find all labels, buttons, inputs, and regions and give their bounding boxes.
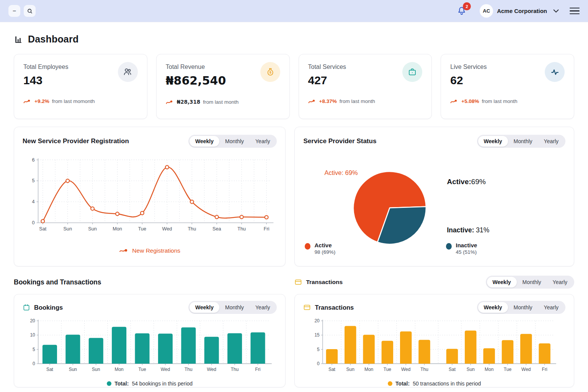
card-icon [303, 304, 311, 311]
stat-card-live-services: Live Services 62 +5.08% from las [441, 54, 574, 119]
svg-text:Thu: Thu [421, 367, 429, 372]
pie-label-active: Active:69% [447, 178, 485, 186]
menu-button[interactable] [570, 8, 580, 15]
svg-text:Fri: Fri [264, 226, 270, 232]
tab-yearly[interactable]: Yearly [538, 302, 564, 313]
svg-text:5: 5 [33, 347, 35, 352]
svg-text:Sun: Sun [467, 367, 475, 372]
svg-text:10: 10 [30, 332, 35, 338]
pie-label-inactive: Inactive: 31% [447, 226, 489, 234]
org-switcher[interactable] [553, 9, 559, 13]
svg-text:Sun: Sun [92, 367, 100, 372]
inactive-dot-icon [446, 243, 452, 250]
svg-text:Sun: Sun [88, 226, 97, 232]
transactions-bar-chart: 051520SatSunMonTueWedThuSatSunMonTueWedF… [303, 317, 565, 378]
tab-weekly[interactable]: Weekly [487, 277, 517, 287]
svg-text:6: 6 [32, 157, 34, 163]
stat-card-total-employees: Total Employees 143 [14, 54, 147, 119]
active-dot-icon [305, 243, 310, 250]
stat-label: Total Employees [23, 64, 68, 70]
stat-value: 62 [450, 74, 487, 87]
stat-value: ₦862,540 [166, 74, 226, 87]
tab-monthly[interactable]: Monthly [517, 277, 547, 287]
tab-yearly[interactable]: Yearly [538, 136, 564, 147]
stat-delta: +9.2% [34, 98, 49, 104]
svg-text:5: 5 [32, 178, 34, 183]
svg-text:Wed: Wed [401, 367, 410, 372]
search-button[interactable] [24, 5, 36, 17]
svg-text:Fri: Fri [542, 367, 547, 372]
line-legend-label: New Registrations [132, 247, 180, 254]
bookings-period-tabs: Weekly Monthly Yearly [188, 301, 277, 314]
avatar[interactable]: AC [480, 4, 493, 18]
tab-monthly[interactable]: Monthly [219, 302, 250, 313]
svg-text:Mon: Mon [114, 367, 123, 372]
tab-yearly[interactable]: Yearly [547, 277, 573, 287]
stat-value: 143 [23, 74, 68, 87]
dashboard-icon [14, 34, 23, 44]
stat-label: Total Services [308, 64, 346, 70]
svg-text:Thu: Thu [185, 367, 193, 372]
transactions-card-title: Transactions [315, 304, 354, 311]
svg-text:Tue: Tue [384, 367, 392, 372]
svg-text:Sun: Sun [346, 367, 354, 372]
bookings-bar-chart: 051020SatSunSunMonTueWedThuWedThuFri [23, 317, 277, 378]
stat-delta-note: from last month [482, 98, 517, 104]
tab-monthly[interactable]: Monthly [508, 302, 538, 313]
svg-text:20: 20 [30, 318, 35, 323]
org-name: Acme Corporation [497, 8, 547, 14]
bookings-transactions-heading: Bookings and Transactions [14, 278, 286, 286]
status-period-tabs: Weekly Monthly Yearly [477, 135, 565, 148]
provider-status-title: Service Provider Status [303, 137, 376, 145]
stat-delta: ₦28,318 [177, 99, 201, 105]
svg-text:Sat: Sat [39, 226, 46, 232]
svg-text:4: 4 [32, 199, 34, 204]
stat-label: Live Services [450, 64, 487, 70]
svg-text:Sea: Sea [212, 226, 221, 232]
tab-weekly[interactable]: Weekly [478, 136, 508, 147]
svg-text:Sat: Sat [328, 367, 336, 372]
stat-card-total-services: Total Services 427 [299, 54, 432, 119]
tab-monthly[interactable]: Monthly [508, 136, 538, 147]
tab-weekly[interactable]: Weekly [478, 302, 508, 313]
tab-monthly[interactable]: Monthly [219, 136, 250, 147]
transactions-header-tabs: Weekly Monthly Yearly [486, 276, 574, 289]
bookings-card: Bookings Weekly Monthly Yearly 051020Sat… [14, 294, 286, 387]
registration-chart-card: New Service Provider Registration Weekly… [14, 127, 286, 266]
svg-text:Tue: Tue [138, 367, 146, 372]
tab-yearly[interactable]: Yearly [250, 136, 276, 147]
chevron-down-icon [553, 9, 559, 13]
stat-delta-note: from last momonth [52, 98, 95, 104]
svg-text:Thu: Thu [188, 226, 196, 232]
trend-up-icon [166, 100, 174, 105]
stat-card-total-revenue: Total Revenue ₦862,540 $ ₦28 [156, 54, 290, 119]
trend-up-icon [450, 99, 459, 104]
notification-badge: 2 [463, 2, 471, 10]
transactions-period-tabs: Weekly Monthly Yearly [477, 301, 565, 314]
collapse-button[interactable]: − [8, 5, 20, 17]
tab-yearly[interactable]: Yearly [250, 302, 276, 313]
stat-label: Total Revenue [166, 64, 226, 70]
svg-text:Wed: Wed [522, 367, 531, 372]
tab-weekly[interactable]: Weekly [189, 136, 219, 147]
svg-text:Wed: Wed [162, 226, 172, 232]
registration-chart-title: New Service Provider Registration [23, 137, 129, 145]
svg-text:Sat: Sat [449, 367, 456, 372]
svg-text:Wed: Wed [207, 367, 216, 372]
bookings-dot-icon [107, 381, 111, 386]
registration-period-tabs: Weekly Monthly Yearly [188, 135, 277, 148]
svg-text:Fri: Fri [255, 367, 261, 372]
provider-status-pie-chart [350, 168, 430, 248]
line-legend-icon [119, 248, 129, 253]
activity-icon [545, 62, 565, 82]
transactions-dot-icon [388, 381, 392, 386]
tab-weekly[interactable]: Weekly [189, 302, 219, 313]
transactions-total-legend: Total: 50 transactions in this period [303, 381, 565, 387]
notifications-button[interactable]: 2 [457, 6, 467, 16]
svg-text:Wed: Wed [161, 367, 170, 372]
svg-text:Tue: Tue [138, 226, 146, 232]
transactions-header-label: Transactions [306, 279, 343, 286]
page-title: Dashboard [28, 34, 78, 45]
pie-legend-active: Active 98 (69%) [305, 242, 335, 255]
bookings-total-legend: Total: 54 bookings in this period [23, 381, 277, 387]
